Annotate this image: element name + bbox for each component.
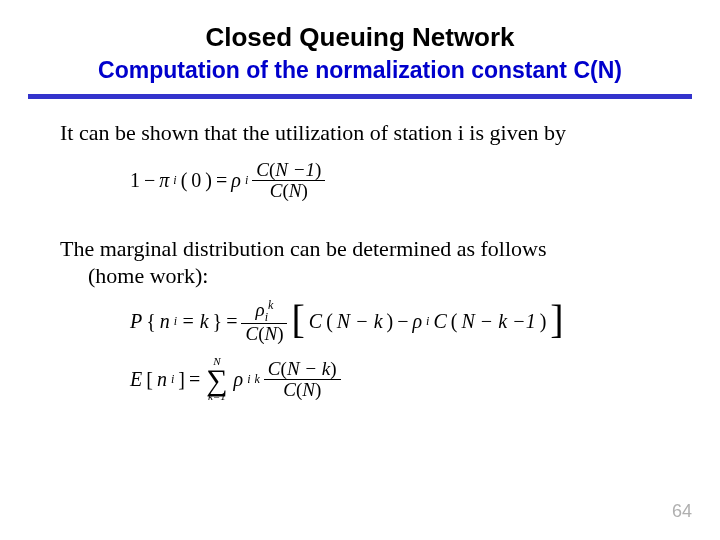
equation-2: P {ni = k} = ρik C(N) [ C(N − k) − ρi C(… <box>60 296 660 348</box>
eq3-rho-sup: k <box>255 372 260 387</box>
eq3-rho: ρ <box>234 368 244 391</box>
eq3-sum-bot: k=1 <box>208 392 226 401</box>
eq1-num-C: C <box>256 159 269 180</box>
eq2-num-rho-sup: k <box>268 298 273 312</box>
para2-line2: (home work): <box>60 263 208 288</box>
eq1-zero: 0 <box>191 169 201 192</box>
body: It can be shown that the utilization of … <box>0 99 720 406</box>
eq2-den-arg: N <box>264 323 277 344</box>
eq2-fraction: ρik C(N) <box>241 299 287 345</box>
eq2-rho2: ρ <box>412 310 422 333</box>
eq3-n-sub: i <box>171 372 174 387</box>
eq1-fraction: C(N −1) C(N) <box>252 160 325 201</box>
slide-title: Closed Queuing Network <box>0 22 720 53</box>
eq2-rho2-sub: i <box>426 314 429 329</box>
eq3-E: E <box>130 368 142 391</box>
eq2-a2-rpar: ) <box>540 310 547 333</box>
eq2-a1-lpar: ( <box>326 310 333 333</box>
eq1-num-arg: N −1 <box>275 159 315 180</box>
eq2-a1: N − k <box>337 310 383 333</box>
eq2-a2-lpar: ( <box>451 310 458 333</box>
eq2-n: n <box>160 310 170 333</box>
eq3-rbr: ] <box>178 368 185 391</box>
eq3-equals: = <box>189 368 200 391</box>
eq3-num-arg: N − k <box>287 358 330 379</box>
eq1-pi-sub: i <box>173 173 176 188</box>
eq2-den-rpar: ) <box>277 323 283 344</box>
title-block: Closed Queuing Network Computation of th… <box>0 0 720 84</box>
paragraph-1: It can be shown that the utilization of … <box>60 119 660 147</box>
eq1-one: 1 <box>130 169 140 192</box>
eq2-C1: C <box>309 310 322 333</box>
eq1-den-arg: N <box>289 180 302 201</box>
eq3-num-rpar: ) <box>330 358 336 379</box>
eq3-num-C: C <box>268 358 281 379</box>
eq3-lbr: [ <box>146 368 153 391</box>
eq3-rho-sub: i <box>247 372 250 387</box>
eq3-n: n <box>157 368 167 391</box>
eq3-den-C: C <box>283 379 296 400</box>
eq2-C2: C <box>433 310 446 333</box>
eq1-den-C: C <box>270 180 283 201</box>
eq1-lpar: ( <box>181 169 188 192</box>
slide: Closed Queuing Network Computation of th… <box>0 0 720 540</box>
para2-line1: The marginal distribution can be determi… <box>60 236 547 261</box>
eq3-fraction: C(N − k) C(N) <box>264 359 341 400</box>
eq2-a1-rpar: ) <box>387 310 394 333</box>
eq2-P: P <box>130 310 142 333</box>
eq1-equals: = <box>216 169 227 192</box>
eq2-minus: − <box>397 310 408 333</box>
eq1-rpar: ) <box>205 169 212 192</box>
eq2-a2: N − k −1 <box>461 310 535 333</box>
eq2-equals: = <box>226 310 237 333</box>
eq2-eqk: = k <box>181 310 208 333</box>
equation-3: E [ni] = N ∑ k=1 ρik C(N − k) C(N) <box>60 354 660 406</box>
page-number: 64 <box>672 501 692 522</box>
eq1-num-rpar: ) <box>315 159 321 180</box>
eq3-sigma: N ∑ k=1 <box>206 357 227 401</box>
eq2-lbrace: { <box>146 310 156 333</box>
eq1-rho: ρ <box>231 169 241 192</box>
eq1-pi: π <box>159 169 169 192</box>
eq1-rho-sub: i <box>245 173 248 188</box>
eq1-minus: − <box>144 169 155 192</box>
eq3-den-arg: N <box>302 379 315 400</box>
eq2-bracket-r: ] <box>550 308 563 332</box>
equation-1: 1 − πi (0) = ρi C(N −1) C(N) <box>60 155 660 207</box>
eq2-rbrace: } <box>213 310 223 333</box>
eq2-den-C: C <box>245 323 258 344</box>
eq2-bracket-l: [ <box>291 308 304 332</box>
eq1-den-rpar: ) <box>301 180 307 201</box>
paragraph-2: The marginal distribution can be determi… <box>60 235 660 290</box>
eq3-den-rpar: ) <box>315 379 321 400</box>
slide-subtitle: Computation of the normalization constan… <box>0 57 720 84</box>
eq2-num-rho: ρ <box>256 299 265 320</box>
eq2-n-sub: i <box>174 314 177 329</box>
